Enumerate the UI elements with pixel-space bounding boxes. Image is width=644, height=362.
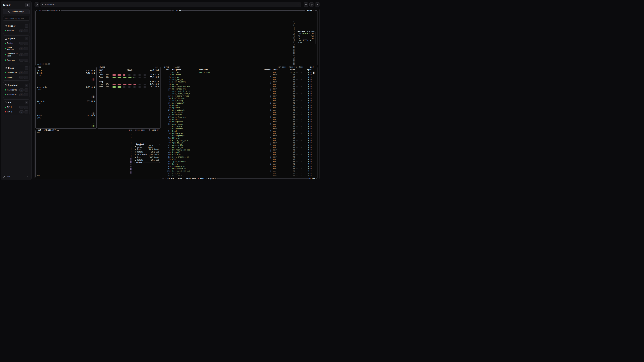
- host-item[interactable]: RackNerd 1 >_ ⋮: [4, 88, 29, 92]
- host-terminal-button[interactable]: >_: [20, 106, 24, 109]
- proc-row[interactable]: 18 cpuhp/0 1 root 0B 0.0: [162, 104, 317, 107]
- host-menu-button[interactable]: ⋮: [24, 76, 28, 79]
- proc-row[interactable]: 168 scsi_eh_0 1 root 0B 0.0: [162, 175, 317, 177]
- user-menu-button[interactable]: [25, 174, 29, 179]
- host-group-header[interactable]: Laptop: [4, 36, 29, 41]
- update-interval[interactable]: 2000ms +: [305, 9, 315, 12]
- proc-footer-action[interactable]: s signals: [206, 177, 216, 180]
- proc-row[interactable]: 2 kthreadd 1 root 0B 0.0: [162, 74, 317, 76]
- host-group-header[interactable]: RPI: [4, 100, 29, 105]
- proc-row[interactable]: 30 oom_reaper 1 root 0B 0.0: [162, 123, 317, 125]
- tab-close-button[interactable]: ✕: [297, 3, 299, 6]
- proc-row[interactable]: 41 edac-poller 1 root 0B 0.0: [162, 144, 317, 146]
- host-menu-button[interactable]: ⋮: [24, 93, 28, 96]
- proc-row[interactable]: 60 kstrp 1 root 0B 0.0: [162, 163, 317, 165]
- host-menu-button[interactable]: ⋮: [24, 42, 28, 45]
- proc-footer-action[interactable]: ↑↓ select: [164, 177, 174, 180]
- host-terminal-button[interactable]: >_: [20, 110, 24, 113]
- net-zero-toggle[interactable]: zero: [140, 129, 146, 131]
- proc-row[interactable]: 43 kworker/1:1H-kbl 1 root 0B 0.0: [162, 149, 317, 151]
- home-button[interactable]: [34, 2, 39, 7]
- host-item[interactable]: Oracle Sam >_ ⋮: [4, 70, 29, 75]
- preset-button[interactable]: preset: [54, 9, 62, 12]
- host-item[interactable]: Proxmox >_ ⋮: [4, 58, 29, 62]
- group-collapse-button[interactable]: [25, 66, 28, 70]
- host-item[interactable]: Open Media Vault >_ ⋮: [4, 52, 29, 58]
- proc-row[interactable]: 4 rcu_par_gp 1 root 0B 0.0: [162, 78, 317, 81]
- net-interface-switcher[interactable]: <b eth0 n>: [148, 129, 160, 131]
- proc-row[interactable]: 162 kworker/0:1H-kbl 1 root 0B 0.0: [162, 170, 317, 172]
- host-item[interactable]: Game Servers >_ ⋮: [4, 45, 29, 52]
- host-group-header[interactable]: Hetzner: [4, 24, 29, 28]
- proc-footer-action[interactable]: t terminate: [184, 177, 196, 180]
- host-terminal-button[interactable]: >_: [20, 71, 24, 74]
- proc-row[interactable]: 10 mm_percpu_wq 1 root 0B 0.0: [162, 88, 317, 90]
- proc-row[interactable]: 21 ksoftirqd/1 1 root 0B 0.0: [162, 111, 317, 114]
- host-terminal-button[interactable]: >_: [20, 42, 24, 45]
- proc-filter-button[interactable]: filter: [173, 66, 180, 68]
- host-menu-button[interactable]: ⋮: [24, 29, 28, 32]
- proc-row[interactable]: 3 rcu_gp 1 root 0B 0.0: [162, 76, 317, 78]
- proc-row[interactable]: 40 tpm_dev_wq 1 root 0B 0.0: [162, 142, 317, 144]
- search-input[interactable]: [3, 16, 30, 21]
- proc-row[interactable]: 12 rcu_tasks_rude_k 1 root 0B 0.0: [162, 92, 317, 95]
- proc-row[interactable]: 20 migration/1 1 root 0B 0.0: [162, 109, 317, 111]
- net-sync-toggle[interactable]: sync: [129, 129, 134, 131]
- host-menu-button[interactable]: ⋮: [24, 110, 28, 113]
- disks-io-toggle[interactable]: io: [155, 66, 158, 68]
- proc-row[interactable]: 32 writeback 1 root 0B 0.0: [162, 125, 317, 128]
- proc-row[interactable]: 5 slub_flushwq 1 root 0B 0.0: [162, 81, 317, 83]
- host-terminal-button[interactable]: >_: [20, 59, 24, 62]
- proc-row[interactable]: 33 kcompactd0 1 root 0B 0.0: [162, 128, 317, 130]
- proc-row[interactable]: 63 zswap-shrink 1 root 0B 0.0: [162, 165, 317, 168]
- collapse-button[interactable]: [315, 2, 320, 7]
- sidebar-menu-button[interactable]: [25, 3, 30, 7]
- host-menu-button[interactable]: ⋮: [24, 106, 28, 109]
- terminal-tab[interactable]: >_ RackNerd 1 ✕: [40, 2, 301, 7]
- proc-row[interactable]: 42 devfreq_wq 1 root 0B 0.0: [162, 146, 317, 149]
- proc-footer-action[interactable]: ↵ info: [176, 177, 182, 180]
- host-group-header[interactable]: RackNerd: [4, 83, 29, 88]
- host-terminal-button[interactable]: >_: [20, 93, 24, 96]
- proc-row[interactable]: 6 netns 1 root 0B 0.0: [162, 83, 317, 85]
- host-terminal-button[interactable]: >_: [20, 88, 24, 91]
- net-auto-toggle[interactable]: auto: [135, 129, 140, 131]
- group-collapse-button[interactable]: [25, 37, 28, 40]
- panel-dropdown-button[interactable]: [304, 2, 308, 7]
- proc-row[interactable]: 19 cpuhp/1 1 root 0B 0.0: [162, 107, 317, 109]
- terminal-screen[interactable]: cpu menu preset 03:30:05 2000ms + ⠀⠀⡀ ⠀⢀…: [34, 9, 320, 179]
- host-item[interactable]: Hetzner 1 >_ ⋮: [4, 28, 29, 33]
- host-menu-button[interactable]: ⋮: [24, 88, 28, 91]
- proc-row[interactable]: 29 khungtaskd 1 root 0B 0.0: [162, 121, 317, 123]
- host-terminal-button[interactable]: >_: [20, 76, 24, 79]
- proc-row[interactable]: 52 acpi_thermal_pm 1 root 0B 0.0: [162, 156, 317, 158]
- proc-reverse-toggle[interactable]: reverse: [288, 66, 297, 68]
- proc-row[interactable]: 36 khugepaged 1 root 0B 0.0: [162, 132, 317, 135]
- proc-row[interactable]: 39 blkcg_punt_bio 1 root 0B 0.0: [162, 139, 317, 142]
- host-item[interactable]: RPI 1 >_ ⋮: [4, 105, 29, 110]
- host-group-header[interactable]: Oracle: [4, 66, 29, 70]
- proc-row[interactable]: 16 migration/0 1 root 0B 0.0: [162, 102, 317, 104]
- proc-footer-action[interactable]: k kill: [198, 177, 204, 180]
- host-manager-button[interactable]: Host Manager: [3, 9, 30, 14]
- proc-tree-toggle[interactable]: tree: [298, 66, 304, 68]
- host-terminal-button[interactable]: >_: [20, 53, 24, 56]
- proc-row[interactable]: 15 rcu_preempt 1 root 0B 0.0: [162, 99, 317, 102]
- host-item[interactable]: RPI 2 >_ ⋮: [4, 110, 29, 114]
- proc-row[interactable]: 50 kthrotld 1 root 0B 0.0: [162, 153, 317, 156]
- host-item[interactable]: Docker >_ ⋮: [4, 41, 29, 45]
- proc-row[interactable]: 14 ksoftirqd/0 1 root 0B 0.0: [162, 97, 317, 99]
- group-collapse-button[interactable]: [25, 84, 28, 87]
- host-menu-button[interactable]: ⋮: [24, 71, 28, 74]
- ssh-keys-button[interactable]: [310, 2, 314, 7]
- sidebar-footer[interactable]: test: [1, 173, 31, 180]
- group-collapse-button[interactable]: [25, 24, 28, 28]
- proc-row[interactable]: 44 kswapd0 1 root 0B 0.0: [162, 151, 317, 153]
- host-menu-button[interactable]: ⋮: [24, 59, 28, 62]
- proc-row[interactable]: 1 systemd /sbin/init 1 root 9.2M 0.4 ▇: [162, 71, 317, 74]
- proc-row[interactable]: 64 kworker/u5:0 1 root 0B 0.0: [162, 168, 317, 170]
- host-menu-button[interactable]: ⋮: [24, 47, 28, 50]
- proc-row[interactable]: 55 ipv6_addrconf 1 root 0B 0.0: [162, 161, 317, 163]
- group-collapse-button[interactable]: [25, 101, 28, 104]
- proc-row[interactable]: 53 mld 1 root 0B 0.0: [162, 158, 317, 161]
